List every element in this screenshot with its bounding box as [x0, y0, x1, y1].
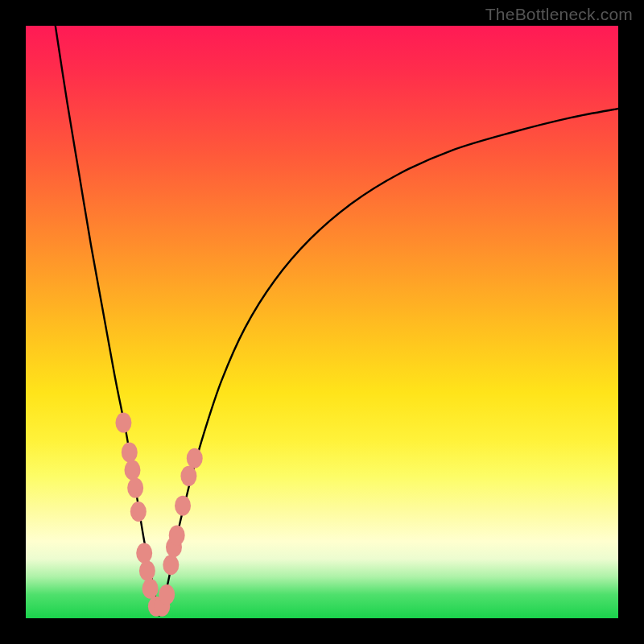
data-marker [187, 448, 203, 469]
bottleneck-curve [56, 26, 618, 615]
data-marker [142, 579, 159, 599]
data-marker [136, 543, 152, 564]
data-marker [115, 413, 131, 433]
data-marker [139, 561, 155, 581]
data-markers [115, 413, 202, 617]
data-marker [159, 584, 175, 605]
data-marker [175, 496, 191, 516]
watermark-text: TheBottleneck.com [485, 5, 633, 24]
chart-frame: TheBottleneck.com [0, 0, 644, 644]
data-marker [122, 442, 138, 462]
data-marker [180, 466, 196, 486]
data-marker [127, 478, 143, 498]
plot-area [26, 26, 618, 618]
data-marker [124, 460, 140, 481]
chart-svg [26, 26, 618, 618]
data-marker [163, 555, 179, 575]
data-marker [169, 525, 185, 545]
data-marker [130, 502, 147, 522]
